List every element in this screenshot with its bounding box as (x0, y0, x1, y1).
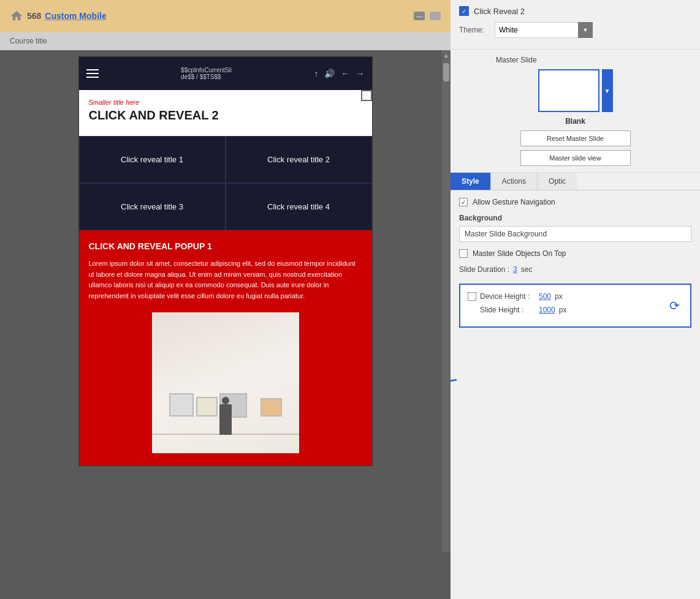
theme-select[interactable]: White (495, 22, 593, 38)
audio-icon[interactable]: 🔊 (324, 69, 335, 78)
master-slide-thumbnail[interactable] (538, 69, 599, 112)
tab-style[interactable]: Style (451, 173, 491, 190)
nav-var-label: de$$ / $$TS$$ (181, 73, 221, 80)
popup-area: CLICK AND REVEAL POPUP 1 Lorem ipsum dol… (79, 230, 372, 312)
right-panel: Click Reveal 2 Theme: White Master Slide… (451, 0, 700, 599)
slide-height-unit: px (559, 306, 567, 314)
duration-row: Slide Duration : 3 sec (459, 265, 691, 274)
master-slide-label: Master Slide (496, 56, 537, 64)
master-objects-label: Master Slide Objects On Top (473, 249, 566, 258)
reveal-cell-2[interactable]: Click reveal title 2 (226, 136, 372, 183)
reveal-cell-3[interactable]: Click reveal title 3 (79, 183, 226, 230)
course-title-link[interactable]: Custom Mobile (45, 11, 106, 21)
popup-body: Lorem ipsum dolor sit amet, consectetur … (89, 258, 362, 301)
device-frame: $$cpInfoCurrentSli de$$ / $$TS$$ ↑ 🔊 ← →… (78, 56, 373, 466)
art-frame-4 (261, 398, 282, 416)
tab-actions[interactable]: Actions (491, 173, 538, 190)
background-input[interactable] (459, 226, 691, 242)
master-objects-checkbox[interactable] (459, 249, 468, 258)
refresh-icon[interactable]: ⟳ (669, 298, 680, 313)
slide-height-row: Slide Height : 1000 px (468, 306, 683, 314)
hamburger-menu-icon[interactable] (86, 69, 99, 78)
device-height-value[interactable]: 500 (539, 292, 551, 301)
slide-height-value[interactable]: 1000 (539, 306, 555, 314)
theme-label: Theme: (459, 26, 490, 34)
upload-icon[interactable]: ↑ (314, 69, 318, 78)
blank-label: Blank (565, 117, 585, 126)
gallery-area (79, 312, 372, 465)
allow-gesture-label: Allow Gesture Navigation (473, 198, 555, 206)
slide-var-label: $$cpInfoCurrentSli (181, 67, 232, 73)
gallery-img-inner (152, 312, 299, 453)
master-slide-view-button[interactable]: Master slide view (520, 150, 631, 166)
scroll-up-arrow[interactable]: ▲ (443, 50, 449, 61)
device-height-unit: px (555, 292, 563, 301)
top-bar-left: 568 Custom Mobile (10, 9, 107, 23)
slide-height-label: Slide Height : (480, 306, 535, 314)
art-frame-1 (169, 393, 194, 416)
minimize-button[interactable] (414, 12, 425, 20)
popup-title: CLICK AND REVEAL POPUP 1 (89, 241, 362, 251)
figure-silhouette (219, 404, 232, 435)
forward-icon[interactable]: → (356, 69, 364, 78)
slide-name-row: Click Reveal 2 (459, 6, 691, 16)
top-bar: 568 Custom Mobile (0, 0, 451, 32)
device-controls: ↑ 🔊 ← → (314, 69, 364, 78)
right-top-section: Click Reveal 2 Theme: White (451, 0, 700, 50)
theme-select-wrapper: White (495, 22, 593, 38)
background-input-row (459, 226, 691, 242)
height-box: Device Height : 500 px Slide Height : 10… (459, 284, 691, 328)
slide-checkbox[interactable] (459, 6, 469, 16)
figure-head (222, 397, 229, 404)
duration-label: Slide Duration : (459, 265, 509, 274)
corner-box (361, 90, 372, 101)
master-objects-row: Master Slide Objects On Top (459, 249, 691, 258)
gallery-image (152, 312, 299, 453)
maximize-button[interactable] (430, 12, 441, 20)
style-panel-content: Allow Gesture Navigation Background Mast… (451, 190, 700, 599)
art-frame-2 (196, 397, 218, 416)
reveal-grid: Click reveal title 1 Click reveal title … (79, 136, 372, 230)
back-icon[interactable]: ← (341, 69, 349, 78)
device-height-label: Device Height : (480, 292, 535, 301)
slide-number: 568 (27, 11, 41, 21)
duration-value[interactable]: 3 (513, 265, 517, 274)
refresh-icon-box[interactable]: ⟳ (664, 296, 684, 315)
allow-gesture-checkbox[interactable] (459, 198, 468, 206)
main-title: CLICK AND REVEAL 2 (89, 108, 362, 122)
master-slide-dropdown-icon[interactable] (602, 69, 613, 112)
device-header: $$cpInfoCurrentSli de$$ / $$TS$$ ↑ 🔊 ← → (79, 57, 372, 90)
allow-gesture-row: Allow Gesture Navigation (459, 198, 691, 206)
home-icon[interactable] (10, 9, 23, 23)
device-header-text: $$cpInfoCurrentSli de$$ / $$TS$$ (181, 67, 232, 80)
scroll-indicator[interactable]: ▲ (442, 50, 451, 552)
reset-master-slide-button[interactable]: Reset Master Slide (520, 130, 631, 146)
course-title-bar: Course title (0, 32, 451, 50)
smaller-title: Smaller title here (89, 99, 362, 106)
background-section-label: Background (459, 214, 691, 222)
theme-row: Theme: White (459, 22, 691, 38)
device-height-row: Device Height : 500 px (468, 292, 683, 301)
slide-content: Smaller title here CLICK AND REVEAL 2 (79, 90, 372, 136)
course-title-text: Course title (10, 37, 47, 45)
reveal-cell-1[interactable]: Click reveal title 1 (79, 136, 226, 183)
master-slide-row (538, 69, 613, 112)
top-bar-right (414, 12, 441, 20)
slide-name-label: Click Reveal 2 (474, 7, 525, 16)
left-panel: 568 Custom Mobile Course title ▲ $$cpInf… (0, 0, 451, 599)
tab-options[interactable]: Optic (538, 173, 577, 190)
duration-unit: sec (521, 265, 533, 274)
master-slide-section: Master Slide Blank Reset Master Slide Ma… (451, 50, 700, 173)
tabs-row: Style Actions Optic (451, 173, 700, 190)
reveal-cell-4[interactable]: Click reveal title 4 (226, 183, 372, 230)
master-slide-buttons: Reset Master Slide Master slide view (459, 130, 691, 166)
scroll-thumb[interactable] (443, 63, 449, 81)
device-height-checkbox[interactable] (468, 292, 476, 301)
